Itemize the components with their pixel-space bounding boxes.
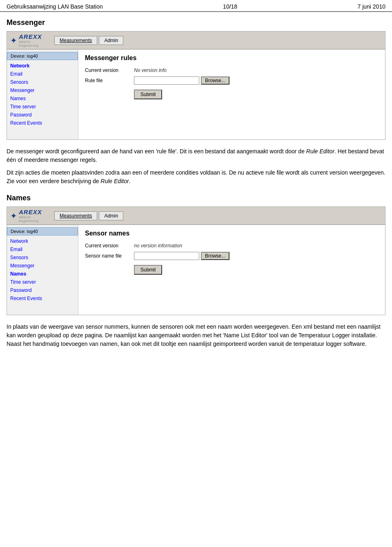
messenger-section-heading: Messenger	[7, 18, 385, 27]
messenger-current-version-value: No version info	[134, 67, 167, 73]
messenger-submit-row: Submit	[85, 88, 379, 99]
names-arexx-logo: ✦ AREXX AREXX Engineering	[10, 208, 47, 223]
names-measurements-nav-button[interactable]: Measurements	[54, 211, 97, 220]
arexx-logo: ✦ AREXX AREXX Engineering	[10, 33, 47, 47]
names-section-heading: Names	[7, 194, 385, 202]
names-ui-frame: ✦ AREXX AREXX Engineering Measurements A…	[7, 206, 385, 315]
names-sidebar-item-recentevents[interactable]: Recent Events	[7, 294, 78, 303]
messenger-paragraph-1: De messenger wordt geconfigureerd aan de…	[7, 147, 385, 164]
names-ui-body: Device: log40 Network Email Sensors Mess…	[7, 225, 385, 315]
messenger-sidebar: Device: log40 Network Email Sensors Mess…	[7, 49, 78, 139]
sidebar-item-messenger[interactable]: Messenger	[7, 86, 78, 94]
names-sidebar-item-messenger[interactable]: Messenger	[7, 262, 78, 270]
names-sidebar-item-network[interactable]: Network	[7, 237, 78, 245]
names-current-version-value: no version information	[134, 243, 182, 249]
messenger-device-label: Device: log40	[7, 52, 78, 60]
names-nav-buttons: Measurements Admin	[54, 211, 123, 220]
names-sidebar-item-timeserver[interactable]: Time server	[7, 278, 78, 286]
names-panel: Sensor names Current version no version …	[78, 225, 385, 315]
names-panel-title: Sensor names	[85, 230, 379, 237]
messenger-ui-body: Device: log40 Network Email Sensors Mess…	[7, 49, 385, 139]
arexx-engineering-label: AREXX Engineering	[19, 40, 47, 47]
document-title: Gebruiksaanwijzing LAN Base Station	[7, 3, 103, 10]
messenger-submit-button[interactable]: Submit	[134, 90, 162, 99]
names-sidebar-item-password[interactable]: Password	[7, 286, 78, 294]
messenger-rule-file-row: Rule file Browse...	[85, 76, 379, 85]
names-sidebar: Device: log40 Network Email Sensors Mess…	[7, 225, 78, 315]
sidebar-item-recentevents[interactable]: Recent Events	[7, 119, 78, 127]
names-current-version-row: Current version no version information	[85, 243, 379, 249]
messenger-ui-frame: ✦ AREXX AREXX Engineering Measurements A…	[7, 31, 385, 140]
messenger-current-version-row: Current version No version info	[85, 67, 379, 73]
messenger-panel: Messenger rules Current version No versi…	[78, 49, 385, 139]
names-sidebar-item-sensors[interactable]: Sensors	[7, 253, 78, 262]
names-navbar: ✦ AREXX AREXX Engineering Measurements A…	[7, 207, 385, 225]
names-paragraph-1: In plaats van de weergave van sensor num…	[7, 323, 385, 348]
names-arexx-text: AREXX AREXX Engineering	[19, 208, 47, 223]
names-submit-button[interactable]: Submit	[134, 265, 162, 275]
page-number: 10/18	[223, 3, 237, 10]
page-header: Gebruiksaanwijzing LAN Base Station 10/1…	[0, 0, 392, 12]
names-sensorfile-row: Sensor name file Browse...	[85, 252, 379, 260]
names-arexx-engineering-label: AREXX Engineering	[19, 215, 47, 223]
messenger-rule-file-label: Rule file	[85, 78, 134, 83]
sidebar-item-email[interactable]: Email	[7, 70, 78, 78]
page-date: 7 juni 2010	[357, 3, 385, 10]
messenger-nav-buttons: Measurements Admin	[54, 36, 123, 45]
names-admin-nav-button[interactable]: Admin	[99, 211, 123, 220]
names-sidebar-item-email[interactable]: Email	[7, 245, 78, 253]
sidebar-item-timeserver[interactable]: Time server	[7, 103, 78, 111]
names-current-version-label: Current version	[85, 243, 134, 249]
sidebar-item-password[interactable]: Password	[7, 111, 78, 119]
messenger-browse-button[interactable]: Browse...	[201, 76, 229, 85]
arexx-text: AREXX AREXX Engineering	[19, 33, 47, 47]
main-content: Messenger ✦ AREXX AREXX Engineering Meas…	[0, 12, 392, 359]
admin-nav-button[interactable]: Admin	[99, 36, 123, 45]
arexx-brand-name: AREXX	[19, 33, 42, 40]
messenger-navbar: ✦ AREXX AREXX Engineering Measurements A…	[7, 31, 385, 49]
names-browse-button[interactable]: Browse...	[201, 252, 229, 260]
messenger-current-version-label: Current version	[85, 67, 134, 73]
sidebar-item-names[interactable]: Names	[7, 94, 78, 103]
sidebar-item-network[interactable]: Network	[7, 62, 78, 70]
messenger-rule-file-input[interactable]	[134, 76, 199, 85]
names-device-label: Device: log40	[7, 227, 78, 235]
names-sidebar-item-names[interactable]: Names	[7, 270, 78, 278]
names-sensorfile-input[interactable]	[134, 252, 199, 260]
names-submit-row: Submit	[85, 263, 379, 275]
names-arexx-brand-name: AREXX	[19, 208, 42, 215]
names-arexx-star-icon: ✦	[10, 211, 17, 221]
messenger-panel-title: Messenger rules	[85, 54, 379, 62]
sidebar-item-sensors[interactable]: Sensors	[7, 78, 78, 86]
arexx-star-icon: ✦	[10, 36, 17, 45]
messenger-paragraph-2: Dit zijn acties die moeten plaatsvinden …	[7, 168, 385, 186]
names-sensorfile-label: Sensor name file	[85, 253, 134, 259]
measurements-nav-button[interactable]: Measurements	[54, 36, 97, 45]
